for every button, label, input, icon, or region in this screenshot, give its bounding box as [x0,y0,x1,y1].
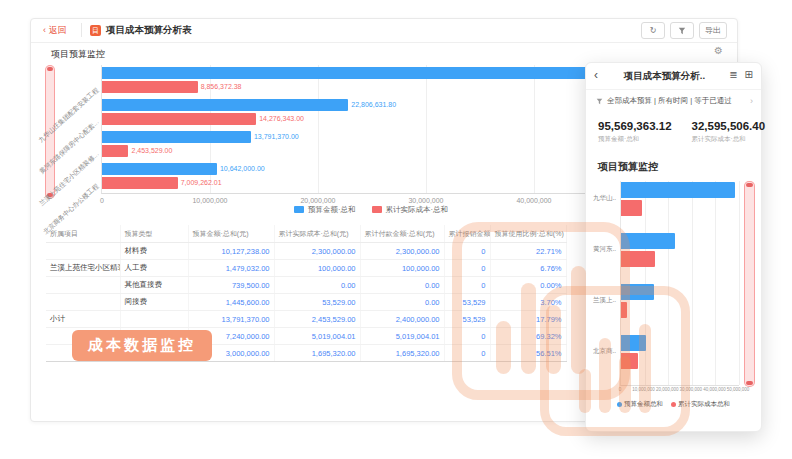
back-button[interactable]: ‹ 返回 [43,24,67,37]
bar-value-label: 2,453,529.00 [131,145,172,157]
refresh-button[interactable]: ↻ [641,22,665,39]
table-cell-number: 53,529 [444,311,490,328]
grid-icon[interactable]: ⊞ [745,69,753,80]
gridline [534,65,535,193]
legend-item[interactable]: 预算金额总和 [617,400,663,409]
bar-value-label: 7,009,262.01 [181,177,222,189]
table-row[interactable]: 兰溪上苑住宅小区精装...人工费1,479,032.00100,000.0010… [46,260,566,277]
slider-handle[interactable] [746,183,753,187]
table-header-row: 所属项目预算类型预算金额·总和(元)累计实际成本·总和(元)累计付款金额·总和(… [46,225,566,243]
table-row[interactable]: 材料费10,127,238.002,300,000.002,300,000.00… [46,243,566,260]
table-cell-number: 100,000.00 [360,260,444,277]
panel-zoom-slider[interactable] [744,181,755,387]
budget-bar-chart: 010,000,00020,000,00030,000,00040,000,00… [101,65,642,194]
back-chevron-icon: ‹ [43,25,46,35]
bar[interactable] [621,233,675,249]
export-button[interactable]: 导出 [699,22,727,39]
table-cell-number: 0 [444,277,490,294]
bar[interactable] [102,113,256,125]
table-cell-number: 0 [444,260,490,277]
table-cell-number: 0 [444,243,490,260]
x-tick-label: 0 [619,387,622,392]
stat-value: 32,595,506.40 [692,120,766,132]
table-cell-text [120,311,188,328]
chart-card-title: 项目预算监控 [51,48,105,61]
table-cell-number: 1,479,032.00 [188,260,274,277]
gridline [645,181,646,385]
bar-value-label: 10,642,000.00 [220,163,265,175]
cost-monitor-badge: 成本数据监控 [72,330,212,361]
legend-item[interactable]: 预算金额·总和 [294,205,356,215]
panel-title: 项目成本预算分析.. [612,70,717,83]
slider-handle[interactable] [47,67,53,71]
table-cell-number: 1,695,320.00 [274,345,360,362]
bar[interactable] [621,200,642,216]
legend-dot [617,402,622,407]
table-row[interactable]: 其他直接费739,500.000.000.0000.00% [46,277,566,294]
table-cell-number: 17.79% [490,311,566,328]
filter-button[interactable] [670,22,694,39]
table-row[interactable]: 间接费1,445,600.0053,529.000.0053,5293.70% [46,294,566,311]
toolbar: ↻ 导出 [641,22,727,39]
bar[interactable] [102,145,128,157]
x-tick-label: 40,000,000 [703,387,726,392]
x-tick-label: 40,000,000 [516,197,551,204]
column-header: 累计付款金额·总和(元) [360,225,444,243]
legend-swatch [294,206,304,213]
legend-item[interactable]: 累计实际成本·总和 [372,205,449,215]
x-tick-label: 30,000,000 [680,387,703,392]
gridline [692,181,693,385]
bar[interactable] [621,335,646,351]
table-cell-number: 2,300,000.00 [360,243,444,260]
table-cell-number: 56.51% [490,345,566,362]
bar[interactable] [102,67,624,79]
bar[interactable] [102,99,348,111]
table-row[interactable]: 小计13,791,370.002,453,529.002,400,000.005… [46,311,566,328]
gear-icon[interactable]: ⚙ [714,45,723,56]
bar[interactable] [102,81,198,93]
table-cell-text: 间接费 [120,294,188,311]
bar[interactable] [621,353,638,369]
bar[interactable] [621,302,627,318]
x-tick-label: 50,000,000 [727,387,750,392]
table-cell-text [46,243,120,260]
table-cell-text [46,277,120,294]
table-cell-number: 5,019,004.01 [274,328,360,345]
panel-filter-bar[interactable]: 全部成本预算 | 所有时间 | 等于已通过 › [596,96,753,106]
table-cell-text: 材料费 [120,243,188,260]
x-tick-label: 0 [100,197,104,204]
table-cell-number: 13,791,370.00 [188,311,274,328]
filter-text: 全部成本预算 | 所有时间 | 等于已通过 [607,96,732,106]
gridline [668,181,669,385]
chevron-right-icon[interactable]: › [750,96,753,106]
table-cell-number: 6.76% [490,260,566,277]
bar[interactable] [102,177,178,189]
table-cell-number: 0 [444,328,490,345]
panel-back-icon[interactable]: ‹ [594,68,598,82]
bar[interactable] [621,284,654,300]
panel-header-icons: ≣ ⊞ [729,69,753,80]
bar[interactable] [621,251,655,267]
bar-value-label: 14,276,343.00 [259,113,304,125]
page-title: 项目成本预算分析表 [106,24,192,37]
gridline [739,181,740,385]
bar[interactable] [621,182,735,198]
table-cell-text [46,294,120,311]
stat-value: 95,569,363.12 [598,120,672,132]
title-bar: ‹ 返回 目 项目成本预算分析表 ↻ 导出 [31,19,737,43]
stat-block: 95,569,363.12预算金额·总和 [598,120,672,144]
bar[interactable] [102,163,217,175]
table-cell-number: 2,453,529.00 [274,311,360,328]
legend-swatch [372,206,382,213]
stat-block: 32,595,506.40累计实际成本·总和 [692,120,766,144]
panel-header: ‹ 项目成本预算分析.. ≣ ⊞ [586,63,761,90]
bar[interactable] [102,131,251,143]
slider-handle[interactable] [746,381,753,385]
table-cell-text: 兰溪上苑住宅小区精装... [46,260,120,277]
list-icon[interactable]: ≣ [729,69,737,80]
x-tick-label: 30,000,000 [408,197,443,204]
column-header: 所属项目 [46,225,120,243]
table-cell-number: 53,529 [444,294,490,311]
legend-item[interactable]: 累计实际成本总和 [671,400,730,409]
mobile-preview-panel: ‹ 项目成本预算分析.. ≣ ⊞ 全部成本预算 | 所有时间 | 等于已通过 ›… [585,62,762,432]
